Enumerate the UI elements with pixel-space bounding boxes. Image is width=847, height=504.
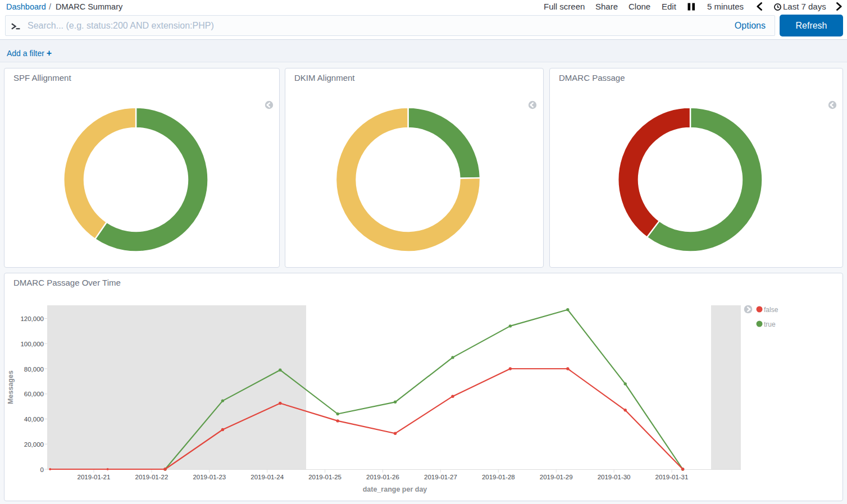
svg-text:0: 0 <box>40 466 44 473</box>
svg-text:2019-01-31: 2019-01-31 <box>655 474 689 480</box>
svg-text:2019-01-27: 2019-01-27 <box>424 474 457 480</box>
svg-text:20,000: 20,000 <box>24 441 44 448</box>
svg-text:2019-01-24: 2019-01-24 <box>251 474 284 480</box>
svg-text:100,000: 100,000 <box>20 341 44 347</box>
svg-text:80,000: 80,000 <box>24 366 44 373</box>
svg-text:2019-01-29: 2019-01-29 <box>540 474 573 480</box>
svg-text:2019-01-21: 2019-01-21 <box>78 474 111 480</box>
svg-text:2019-01-23: 2019-01-23 <box>193 474 226 480</box>
svg-text:2019-01-22: 2019-01-22 <box>135 474 168 480</box>
svg-text:40,000: 40,000 <box>24 416 44 423</box>
svg-text:2019-01-30: 2019-01-30 <box>598 474 631 480</box>
svg-text:2019-01-28: 2019-01-28 <box>482 474 515 480</box>
svg-text:60,000: 60,000 <box>24 391 44 397</box>
svg-text:2019-01-25: 2019-01-25 <box>308 474 341 480</box>
svg-text:true: true <box>764 320 776 328</box>
svg-text:Messages: Messages <box>7 370 15 404</box>
svg-text:date_range per day: date_range per day <box>363 485 427 493</box>
svg-text:2019-01-26: 2019-01-26 <box>366 474 399 480</box>
svg-text:120,000: 120,000 <box>20 315 44 322</box>
svg-text:false: false <box>764 306 778 314</box>
